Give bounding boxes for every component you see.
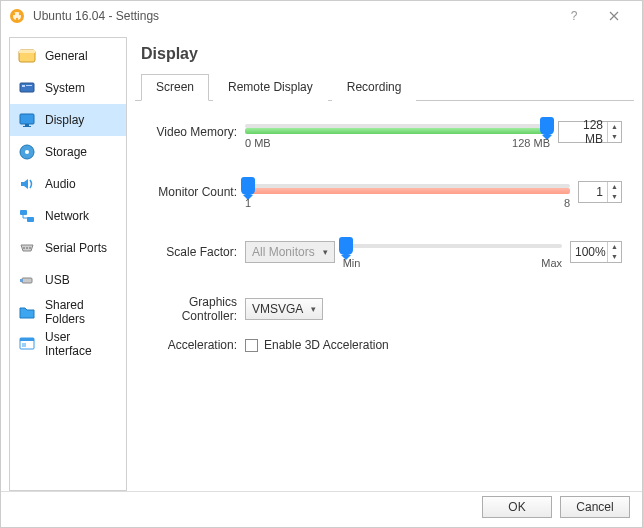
svg-point-18 <box>26 247 28 249</box>
monitor-count-label: Monitor Count: <box>135 185 245 199</box>
spin-down-icon[interactable]: ▼ <box>608 192 621 202</box>
usb-icon <box>18 271 36 289</box>
sidebar-item-label: Storage <box>45 145 87 159</box>
content-pane: Display Screen Remote Display Recording … <box>135 37 634 491</box>
svg-rect-15 <box>20 210 27 215</box>
svg-rect-10 <box>20 114 34 124</box>
checkbox-icon <box>245 339 258 352</box>
serial-ports-icon <box>18 239 36 257</box>
video-memory-spinbox[interactable]: 128 MB ▲▼ <box>558 121 622 143</box>
monitor-count-value: 1 <box>579 185 607 199</box>
app-icon <box>9 8 25 24</box>
sidebar-item-label: USB <box>45 273 70 287</box>
sidebar-item-usb[interactable]: USB <box>10 264 126 296</box>
scale-factor-spinbox[interactable]: 100% ▲▼ <box>570 241 622 263</box>
scale-factor-monitors-dropdown[interactable]: All Monitors ▾ <box>245 241 335 263</box>
svg-rect-6 <box>19 50 35 53</box>
audio-icon <box>18 175 36 193</box>
sidebar-item-shared-folders[interactable]: Shared Folders <box>10 296 126 328</box>
svg-point-19 <box>29 247 31 249</box>
svg-rect-11 <box>25 124 29 126</box>
tab-remote-display[interactable]: Remote Display <box>213 74 328 101</box>
svg-point-4 <box>16 18 18 20</box>
ok-button[interactable]: OK <box>482 496 552 518</box>
sidebar-item-general[interactable]: General <box>10 40 126 72</box>
svg-rect-24 <box>22 343 26 347</box>
graphics-controller-label: Graphics Controller: <box>135 295 245 323</box>
sidebar-item-serial-ports[interactable]: Serial Ports <box>10 232 126 264</box>
sidebar-item-label: Serial Ports <box>45 241 107 255</box>
svg-point-3 <box>19 13 21 15</box>
video-memory-tick-max: 128 MB <box>512 137 550 149</box>
sidebar-item-label: Audio <box>45 177 76 191</box>
graphics-controller-dropdown[interactable]: VMSVGA ▾ <box>245 298 323 320</box>
sidebar-item-user-interface[interactable]: User Interface <box>10 328 126 360</box>
storage-icon <box>18 143 36 161</box>
sidebar-item-audio[interactable]: Audio <box>10 168 126 200</box>
acceleration-label: Acceleration: <box>135 338 245 352</box>
sidebar-item-label: Network <box>45 209 89 223</box>
sidebar: General System Display Storage Audio Net… <box>9 37 127 491</box>
sidebar-item-label: System <box>45 81 85 95</box>
page-title: Display <box>135 37 634 73</box>
close-button[interactable] <box>594 2 634 30</box>
scale-factor-monitors-value: All Monitors <box>252 245 315 259</box>
tabs: Screen Remote Display Recording <box>135 73 634 101</box>
scale-factor-tick-max: Max <box>541 257 562 269</box>
window-title: Ubuntu 16.04 - Settings <box>33 9 554 23</box>
cancel-button[interactable]: Cancel <box>560 496 630 518</box>
display-icon <box>18 111 36 129</box>
svg-rect-20 <box>22 278 32 283</box>
network-icon <box>18 207 36 225</box>
help-button[interactable]: ? <box>554 2 594 30</box>
tab-screen[interactable]: Screen <box>141 74 209 101</box>
monitor-count-tick-max: 8 <box>564 197 570 209</box>
monitor-count-tick-min: 1 <box>245 197 251 209</box>
chevron-down-icon: ▾ <box>323 247 328 257</box>
sidebar-item-label: User Interface <box>45 330 118 358</box>
system-icon <box>18 79 36 97</box>
sidebar-item-label: Shared Folders <box>45 298 118 326</box>
user-interface-icon <box>18 335 36 353</box>
spin-up-icon[interactable]: ▲ <box>608 182 621 192</box>
spin-down-icon[interactable]: ▼ <box>608 132 621 142</box>
scale-factor-slider[interactable]: Min Max <box>343 235 562 269</box>
chevron-down-icon: ▾ <box>311 304 316 314</box>
scale-factor-label: Scale Factor: <box>135 245 245 259</box>
form-screen: Video Memory: 0 MB 128 MB 128 MB <box>135 101 634 373</box>
svg-point-14 <box>25 150 29 154</box>
monitor-count-spinbox[interactable]: 1 ▲▼ <box>578 181 622 203</box>
svg-point-2 <box>13 13 15 15</box>
svg-point-17 <box>23 247 25 249</box>
sidebar-item-display[interactable]: Display <box>10 104 126 136</box>
video-memory-label: Video Memory: <box>135 125 245 139</box>
footer: OK Cancel <box>1 491 642 521</box>
sidebar-item-storage[interactable]: Storage <box>10 136 126 168</box>
scale-factor-tick-min: Min <box>343 257 361 269</box>
monitor-count-slider[interactable]: 1 8 <box>245 175 570 209</box>
svg-rect-8 <box>22 85 25 87</box>
sidebar-item-label: General <box>45 49 88 63</box>
spin-up-icon[interactable]: ▲ <box>608 122 621 132</box>
svg-rect-12 <box>23 126 31 127</box>
svg-rect-7 <box>20 83 34 92</box>
video-memory-tick-min: 0 MB <box>245 137 271 149</box>
enable-3d-acceleration-checkbox[interactable]: Enable 3D Acceleration <box>245 338 389 352</box>
video-memory-slider[interactable]: 0 MB 128 MB <box>245 115 550 149</box>
graphics-controller-value: VMSVGA <box>252 302 303 316</box>
spin-down-icon[interactable]: ▼ <box>608 252 621 262</box>
shared-folders-icon <box>18 303 36 321</box>
svg-rect-9 <box>26 85 32 86</box>
sidebar-item-label: Display <box>45 113 84 127</box>
svg-rect-21 <box>20 279 23 282</box>
video-memory-value: 128 MB <box>559 118 607 146</box>
spin-up-icon[interactable]: ▲ <box>608 242 621 252</box>
titlebar: Ubuntu 16.04 - Settings ? <box>1 1 642 31</box>
sidebar-item-network[interactable]: Network <box>10 200 126 232</box>
svg-rect-23 <box>20 338 34 341</box>
enable-3d-acceleration-label: Enable 3D Acceleration <box>264 338 389 352</box>
scale-factor-value: 100% <box>571 245 607 259</box>
sidebar-item-system[interactable]: System <box>10 72 126 104</box>
tab-recording[interactable]: Recording <box>332 74 417 101</box>
general-icon <box>18 47 36 65</box>
